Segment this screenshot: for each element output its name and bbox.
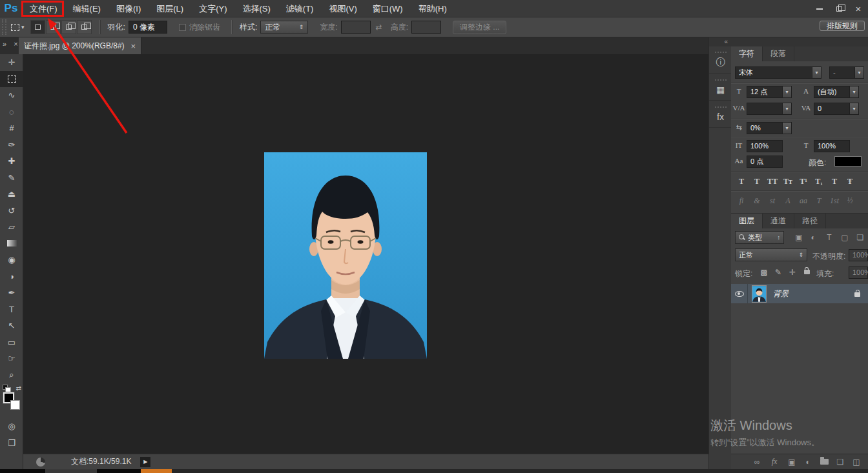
dock-panel-info[interactable]: ⓘ <box>709 46 732 74</box>
style-superscript[interactable]: T¹ <box>796 175 811 188</box>
style-faux-bold[interactable]: T <box>734 175 749 188</box>
leading-dropdown[interactable]: ▾ <box>849 86 859 98</box>
tab-character[interactable]: 字符 <box>731 46 763 61</box>
tool-shape[interactable]: ▭ <box>0 334 23 351</box>
restore-button[interactable] <box>829 2 849 16</box>
menu-view[interactable]: 视图(V) <box>321 0 364 17</box>
leading-field[interactable]: (自动) <box>814 86 850 98</box>
horizontal-scale-field[interactable]: 100% <box>814 140 850 152</box>
status-expand-button[interactable]: ▶ <box>140 457 150 467</box>
tool-crop[interactable]: # <box>0 120 23 137</box>
font-style-dropdown[interactable]: ▾ <box>854 66 864 79</box>
background-color-swatch[interactable] <box>10 400 20 410</box>
tab-layers[interactable]: 图层 <box>731 214 763 228</box>
tool-dodge[interactable]: ◑ <box>0 268 23 285</box>
style-faux-italic[interactable]: T <box>749 175 765 188</box>
layer-visibility-toggle[interactable] <box>731 284 748 303</box>
layer-style-fx-icon[interactable]: fx <box>768 457 781 467</box>
menu-edit[interactable]: 编辑(E) <box>65 0 108 17</box>
document-close-icon[interactable]: × <box>131 41 136 51</box>
feather-input[interactable]: 0 像素 <box>129 21 167 34</box>
default-colors-icon[interactable] <box>3 385 8 390</box>
document-tab[interactable]: 证件照.jpg @ 200%(RGB/8#) × <box>19 37 141 54</box>
tool-rect-marquee[interactable] <box>0 71 23 88</box>
style-underline[interactable]: T <box>827 175 842 188</box>
tool-spot-healing[interactable]: ✚ <box>0 153 23 170</box>
filter-type-layers-icon[interactable]: T <box>823 233 835 242</box>
new-adjustment-layer-icon[interactable]: ◐ <box>801 458 814 467</box>
kerning-field[interactable] <box>747 103 783 115</box>
style-all-caps[interactable]: TT <box>765 175 780 188</box>
dock-collapse-button[interactable]: « <box>709 37 731 46</box>
menu-filter[interactable]: 滤镜(T) <box>278 0 322 17</box>
lock-all-icon[interactable] <box>801 267 812 276</box>
quick-mask-button[interactable]: ◎ <box>0 418 23 435</box>
new-layer-icon[interactable]: ❏ <box>834 458 847 467</box>
screen-mode-button[interactable]: ❐ <box>0 435 23 452</box>
tsume-field[interactable]: 0% <box>747 122 783 134</box>
menu-type[interactable]: 文字(Y) <box>191 0 234 17</box>
layout-rules-button[interactable]: 排版规则 <box>820 21 865 31</box>
new-selection-button[interactable] <box>30 20 45 34</box>
opacity-field[interactable]: 100% <box>849 249 868 261</box>
font-style-field[interactable]: - <box>829 66 855 79</box>
menu-help[interactable]: 帮助(H) <box>411 0 455 17</box>
panel-collapse-icons[interactable]: » × <box>3 40 21 48</box>
tracking-dropdown[interactable]: ▾ <box>849 103 859 115</box>
add-layer-mask-icon[interactable]: ▣ <box>785 458 798 467</box>
filter-smart-objects-icon[interactable]: ❏ <box>854 233 866 242</box>
style-subscript[interactable]: T₁ <box>811 175 827 188</box>
active-tool-preset[interactable]: ▾ <box>11 24 25 31</box>
blend-mode-select[interactable]: 正常 ⇕ <box>735 248 807 261</box>
tool-blur[interactable]: ◉ <box>0 252 23 268</box>
opentype-stylistic-alt[interactable]: st <box>765 194 780 207</box>
opentype-ordinals[interactable]: 1st <box>827 194 842 207</box>
tool-pen[interactable]: ✒ <box>0 285 23 301</box>
layer-row-background[interactable]: 背景 <box>731 284 868 303</box>
font-family-field[interactable]: 宋体 <box>735 66 812 79</box>
menu-image[interactable]: 图像(I) <box>108 0 149 17</box>
lock-position-icon[interactable]: ✛ <box>787 268 798 277</box>
baseline-field[interactable]: 0 点 <box>747 156 783 168</box>
new-group-icon[interactable] <box>818 459 831 465</box>
tool-path-selection[interactable]: ↖ <box>0 317 23 334</box>
style-strikethrough[interactable]: Ŧ <box>842 175 858 188</box>
delete-layer-icon[interactable]: ◫ <box>850 458 863 467</box>
kerning-dropdown[interactable]: ▾ <box>782 103 792 115</box>
filter-adjustment-layers-icon[interactable]: ◐ <box>807 233 819 242</box>
minimize-button[interactable] <box>810 2 829 16</box>
font-size-field[interactable]: 12 点 <box>747 86 783 98</box>
tool-lasso[interactable]: ∿ <box>0 87 23 104</box>
tool-eraser[interactable]: ▱ <box>0 219 23 236</box>
tool-type[interactable]: T <box>0 301 23 318</box>
tool-history-brush[interactable]: ↺ <box>0 203 23 219</box>
tool-gradient[interactable] <box>0 236 23 252</box>
refine-edge-button[interactable]: 调整边缘 ... <box>453 21 506 34</box>
opentype-ligatures[interactable]: fi <box>734 194 749 207</box>
font-size-dropdown[interactable]: ▾ <box>782 86 792 98</box>
tool-clone-stamp[interactable]: ⏏ <box>0 186 23 203</box>
tab-paragraph[interactable]: 段落 <box>763 46 794 61</box>
subtract-selection-button[interactable] <box>61 20 76 34</box>
close-button[interactable]: × <box>849 2 868 16</box>
filter-shape-layers-icon[interactable]: ▢ <box>839 233 851 242</box>
fill-field[interactable]: 100% <box>849 267 868 279</box>
menu-window[interactable]: 窗口(W) <box>365 0 411 17</box>
text-color-swatch[interactable] <box>834 156 862 166</box>
opentype-contextual-alt[interactable]: aa <box>796 194 811 207</box>
tracking-field[interactable]: 0 <box>814 103 850 115</box>
tool-move[interactable]: ✛ <box>0 54 23 71</box>
lock-image-pixels-icon[interactable]: ✎ <box>772 268 784 277</box>
font-family-dropdown[interactable]: ▾ <box>812 66 822 79</box>
tsume-dropdown[interactable]: ▾ <box>782 122 792 134</box>
opentype-swash[interactable]: & <box>749 194 765 207</box>
dock-panel-swatches[interactable]: ▦ <box>709 74 732 101</box>
vertical-scale-field[interactable]: 100% <box>747 140 783 152</box>
lock-transparent-pixels-icon[interactable]: ▩ <box>758 268 770 277</box>
height-input[interactable] <box>411 21 441 34</box>
tab-channels[interactable]: 通道 <box>763 214 794 228</box>
tool-zoom[interactable]: ⌕ <box>0 367 23 384</box>
dock-panel-styles[interactable]: fx <box>709 101 732 128</box>
swap-dimensions-button[interactable]: ⇄ <box>376 23 386 32</box>
tab-paths[interactable]: 路径 <box>794 214 826 228</box>
